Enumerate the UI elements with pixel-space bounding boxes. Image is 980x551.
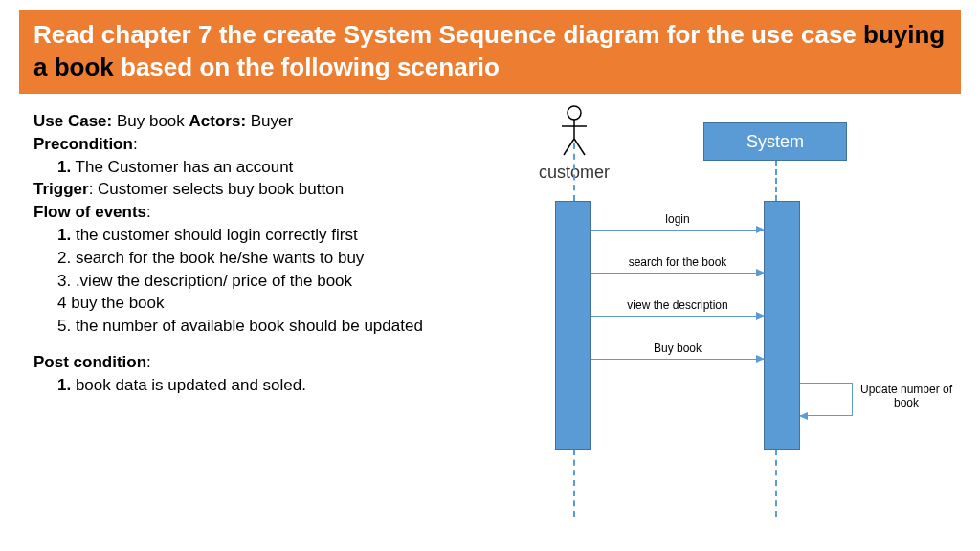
msg-login: login — [591, 212, 764, 226]
trigger-value: : Customer selects buy book button — [89, 180, 344, 198]
system-lifeline-bottom — [775, 450, 777, 517]
flow-1-text: the customer should login correctly firs… — [71, 226, 358, 244]
usecase-text: Use Case: Buy book Actors: Buyer Precond… — [33, 110, 493, 397]
actor-activation — [555, 201, 591, 450]
flow-4: 4 buy the book — [57, 292, 493, 315]
svg-line-4 — [574, 139, 585, 155]
post-1-num: 1. — [57, 376, 71, 394]
trigger-label: Trigger — [33, 180, 89, 198]
flow-3: 3. .view the description/ price of the b… — [57, 270, 493, 293]
flow-label: Flow of events — [33, 203, 146, 221]
actors-value: Buyer — [246, 112, 293, 130]
system-label: System — [746, 132, 804, 152]
flow-1-num: 1. — [57, 226, 71, 244]
msg-buy: Buy book — [591, 342, 764, 355]
arrow-login — [591, 230, 764, 231]
postcond-label: Post condition — [33, 353, 146, 371]
system-activation — [764, 201, 800, 450]
system-box: System — [703, 122, 847, 161]
title-prefix: Read chapter 7 the create System Sequenc… — [33, 20, 863, 49]
arrow-search — [591, 273, 764, 274]
msg-search: search for the book — [591, 255, 764, 269]
precondition-label: Precondition — [33, 135, 133, 153]
system-lifeline — [775, 161, 777, 201]
actor-lifeline-bottom — [573, 450, 575, 517]
arrow-update — [800, 383, 853, 416]
actor-lifeline — [573, 143, 575, 201]
flow-2: 2. search for the book he/she wants to b… — [57, 247, 493, 270]
arrow-buy — [591, 359, 764, 360]
precond-1-num: 1. — [57, 158, 71, 176]
actors-label: Actors: — [189, 112, 247, 130]
precond-1-text: The Customer has an account — [71, 158, 293, 176]
title-suffix: based on the following scenario — [114, 53, 500, 81]
msg-update: Update number of book — [854, 383, 959, 409]
usecase-label: Use Case: — [33, 112, 112, 130]
title-banner: Read chapter 7 the create System Sequenc… — [19, 10, 961, 94]
msg-view: view the description — [591, 298, 764, 312]
sequence-diagram: customer System login search for the boo… — [507, 105, 967, 536]
svg-point-0 — [568, 106, 581, 120]
flow-5: 5. the number of available book should b… — [57, 315, 493, 338]
arrow-view — [591, 316, 764, 317]
usecase-value: Buy book — [112, 112, 189, 130]
post-1-text: book data is updated and soled. — [71, 376, 306, 394]
